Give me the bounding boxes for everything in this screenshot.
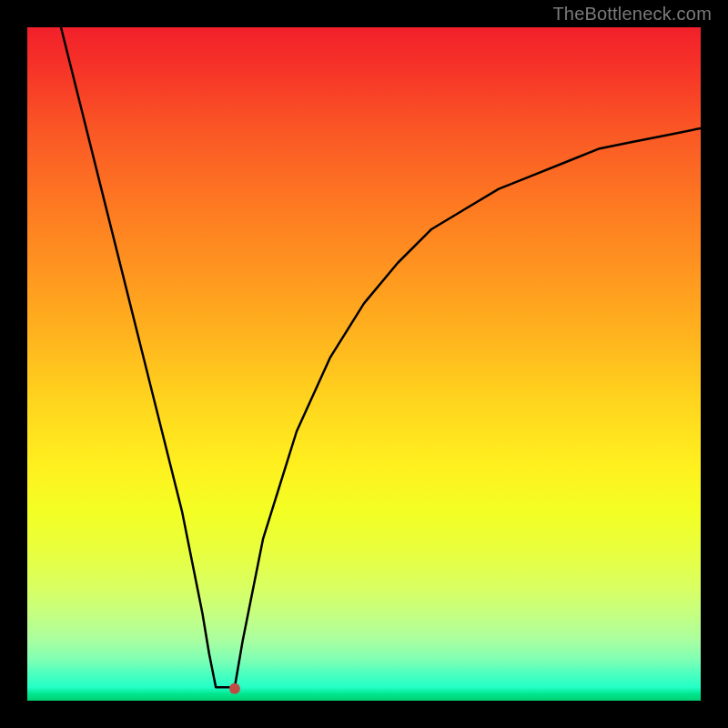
plot-area [27,27,701,701]
watermark-text: TheBottleneck.com [552,4,712,25]
chart-svg [27,27,701,701]
chart-frame: TheBottleneck.com [0,0,728,728]
bottleneck-curve [61,27,701,687]
minimum-marker [229,683,240,694]
